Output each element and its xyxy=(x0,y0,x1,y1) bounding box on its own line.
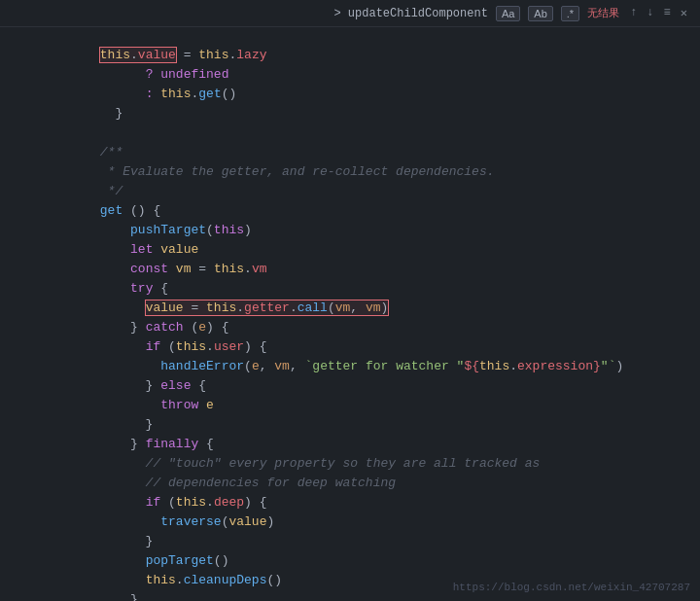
code-line-10: pushTarget(this) xyxy=(0,208,700,228)
breadcrumb: > updateChildComponent xyxy=(333,7,487,20)
code-line-28: this.cleanupDeps() xyxy=(0,558,700,578)
code-line-15: } catch (e) { xyxy=(0,305,700,325)
nav-close-button[interactable]: ✕ xyxy=(678,5,690,21)
search-ab-button[interactable]: Ab xyxy=(528,6,552,21)
code-line-3: : this.get() xyxy=(0,72,700,91)
top-bar: > updateChildComponent Aa Ab .* 无结果 ↑ ↓ … xyxy=(0,0,700,27)
nav-down-button[interactable]: ↓ xyxy=(644,5,656,21)
url-text: https://blog.csdn.net/weixin_42707287 xyxy=(453,582,690,593)
code-line-17: handleError(e, vm, `getter for watcher "… xyxy=(0,344,700,364)
code-line-16: if (this.user) { xyxy=(0,325,700,344)
top-bar-content: > updateChildComponent Aa Ab .* 无结果 ↑ ↓ … xyxy=(333,5,690,21)
code-line-19: throw e xyxy=(0,383,700,403)
line-content-4: } xyxy=(54,91,700,135)
code-line-27: popTarget() xyxy=(0,539,700,558)
code-line-20: } xyxy=(0,403,700,422)
code-line-12: const vm = this.vm xyxy=(0,247,700,266)
code-line-23: // dependencies for deep watching xyxy=(0,461,700,480)
code-line-30: return value xyxy=(0,597,700,601)
code-area: this.value = this.lazy ? undefined : thi… xyxy=(0,27,700,601)
code-line-11: let value xyxy=(0,228,700,247)
nav-arrows: ↑ ↓ ≡ ✕ xyxy=(627,5,690,21)
code-line-8: */ xyxy=(0,169,700,189)
code-line-18: } else { xyxy=(0,364,700,383)
code-line-1: this.value = this.lazy xyxy=(0,33,700,53)
no-result-label: 无结果 xyxy=(587,6,619,20)
code-line-24: if (this.deep) { xyxy=(0,480,700,500)
search-regex-button[interactable]: .* xyxy=(561,6,579,21)
code-line-2: ? undefined xyxy=(0,53,700,72)
code-line-21: } finally { xyxy=(0,422,700,442)
code-line-4: } xyxy=(0,91,700,111)
search-aa-button[interactable]: Aa xyxy=(496,6,520,21)
code-line-14: value = this.getter.call(vm, vm) xyxy=(0,286,700,305)
nav-menu-button[interactable]: ≡ xyxy=(661,5,674,21)
code-line-7: * Evaluate the getter, and re-collect de… xyxy=(0,150,700,169)
code-line-13: try { xyxy=(0,266,700,286)
nav-up-button[interactable]: ↑ xyxy=(627,5,640,21)
code-line-25: traverse(value) xyxy=(0,500,700,519)
line-content-30: return value xyxy=(54,597,700,601)
code-line-26: } xyxy=(0,519,700,539)
code-line-6: /** xyxy=(0,130,700,150)
code-line-22: // "touch" every property so they are al… xyxy=(0,442,700,461)
footer-url: https://blog.csdn.net/weixin_42707287 xyxy=(453,582,690,593)
code-line-9: get () { xyxy=(0,189,700,208)
